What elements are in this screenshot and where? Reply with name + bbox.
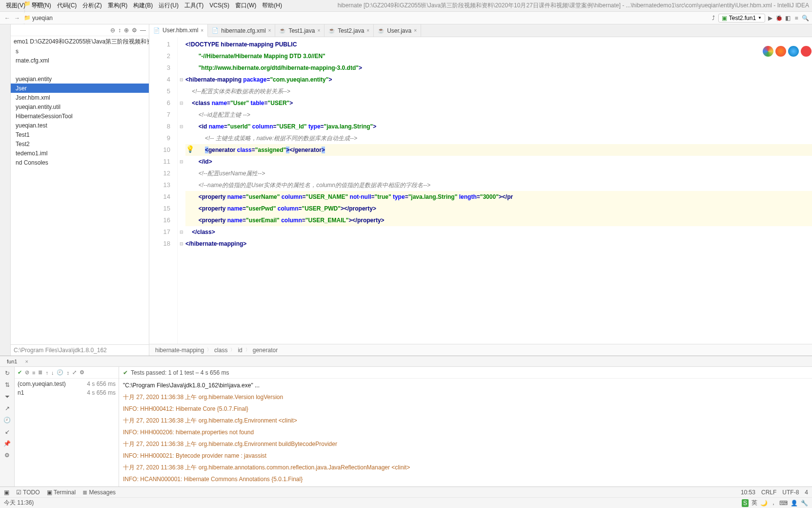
- hide-icon[interactable]: —: [140, 27, 146, 34]
- menu-item[interactable]: 重构(R): [105, 1, 131, 10]
- run-config-selector[interactable]: ▣ Test2.fun1 ▼: [718, 14, 765, 22]
- build-icon[interactable]: ⤴: [710, 14, 717, 22]
- fold-marker[interactable]: [178, 109, 185, 121]
- tree-item[interactable]: yueqian.entity.util: [11, 102, 149, 111]
- code-line[interactable]: <property name="userName" column="USER_N…: [185, 191, 812, 203]
- fold-marker[interactable]: ⊟: [178, 226, 185, 238]
- tray-punct-icon[interactable]: ，: [771, 499, 776, 507]
- editor-tab[interactable]: 📄hibernate.cfg.xml×: [208, 24, 275, 37]
- collapse-icon[interactable]: ⊖: [110, 27, 115, 34]
- sort-icon[interactable]: ≡: [32, 370, 35, 376]
- status-right-item[interactable]: CRLF: [761, 489, 776, 496]
- console-output[interactable]: "C:\Program Files\Java\jdk1.8.0_162\bin\…: [119, 379, 812, 487]
- close-tab-icon[interactable]: ×: [21, 358, 32, 365]
- code-line[interactable]: <property name="userEmail" column="USER_…: [185, 214, 812, 226]
- nav-back-icon[interactable]: ←: [3, 14, 12, 22]
- code-line[interactable]: </hibernate-mapping>: [185, 238, 812, 250]
- status-right-item[interactable]: 10:53: [741, 489, 755, 496]
- code-editor[interactable]: 123456789101112131415161718 ⊟⊟⊟⊟⊟⊟ <!DOC…: [149, 37, 812, 344]
- stop-button-icon[interactable]: ■: [792, 14, 800, 22]
- code-line[interactable]: <!--name的值指的是User实体类中的属性名，column的值指的是数据表…: [185, 179, 812, 191]
- test-row[interactable]: (com.yueqian.test)4 s 656 ms: [15, 380, 119, 388]
- debug-button-icon[interactable]: 🐞: [775, 14, 783, 22]
- test-row[interactable]: n14 s 656 ms: [15, 388, 119, 397]
- tree-item[interactable]: s: [11, 46, 149, 56]
- status-right-item[interactable]: UTF-8: [782, 489, 799, 496]
- editor-bc-item[interactable]: generator: [253, 347, 278, 354]
- editor-bc-item[interactable]: id: [238, 347, 242, 354]
- pin-icon[interactable]: 📌: [3, 439, 12, 448]
- tray-wrench-icon[interactable]: 🔧: [801, 500, 808, 507]
- close-icon[interactable]: ×: [268, 28, 271, 33]
- export-icon[interactable]: ↗: [3, 404, 12, 413]
- run-button-icon[interactable]: ▶: [766, 14, 774, 22]
- tree-item[interactable]: rnate.cfg.xml: [11, 56, 149, 65]
- code-line[interactable]: <class name="User" table="USER">: [185, 97, 812, 109]
- editor-tab[interactable]: ☕User.java×: [374, 24, 421, 37]
- nav-fwd-icon[interactable]: →: [13, 14, 21, 22]
- code-line[interactable]: "http://www.hibernate.org/dtd/hibernate-…: [185, 62, 812, 74]
- status-item[interactable]: ▣ Terminal: [47, 489, 76, 496]
- editor-bc-item[interactable]: hibernate-mapping: [155, 347, 204, 354]
- filter-icon[interactable]: ⏷: [3, 392, 12, 401]
- up-icon[interactable]: ↑: [45, 370, 48, 376]
- fold-marker[interactable]: ⊟: [178, 97, 185, 109]
- close-icon[interactable]: ×: [317, 28, 320, 33]
- tree-item[interactable]: nd Consoles: [11, 158, 149, 167]
- editor-tab[interactable]: ☕Test1.java×: [275, 24, 325, 37]
- breadcrumb-item[interactable]: 📁com: [22, 0, 69, 7]
- editor-bc-item[interactable]: class: [214, 347, 227, 354]
- firefox-icon[interactable]: [775, 46, 786, 57]
- code-line[interactable]: <property name="userPwd" column="USER_PW…: [185, 203, 812, 214]
- close-icon[interactable]: ×: [366, 28, 369, 33]
- close-icon[interactable]: ×: [414, 28, 417, 33]
- fold-marker[interactable]: [178, 191, 185, 203]
- fail-filter-icon[interactable]: ⊘: [25, 369, 29, 376]
- clock-icon[interactable]: 🕘: [57, 369, 63, 376]
- tree-item[interactable]: Test1: [11, 130, 149, 139]
- fold-marker[interactable]: [178, 50, 185, 62]
- fold-marker[interactable]: [178, 62, 185, 74]
- status-item[interactable]: ≣ Messages: [82, 489, 116, 496]
- tree-item[interactable]: [11, 65, 149, 74]
- exp-icon[interactable]: ⤢: [72, 369, 77, 376]
- status-square-icon[interactable]: ▣: [4, 489, 9, 496]
- project-root[interactable]: emo1 D:\GZ2049和GZ2055班\Java第三阶段视频和资料\202…: [11, 37, 149, 46]
- tree-item[interactable]: HibernateSessionTool: [11, 111, 149, 121]
- coverage-icon[interactable]: ◧: [784, 14, 792, 22]
- status-item[interactable]: ☑ TODO: [16, 489, 40, 496]
- fold-marker[interactable]: ⊟: [178, 74, 185, 85]
- tree-item[interactable]: Jser: [11, 84, 149, 93]
- fold-marker[interactable]: [178, 85, 185, 97]
- fold-marker[interactable]: [178, 214, 185, 226]
- edge-icon[interactable]: [788, 46, 799, 57]
- tray-lang-icon[interactable]: 英: [751, 499, 757, 507]
- fold-marker[interactable]: [178, 39, 185, 50]
- expand-icon[interactable]: ↕: [118, 27, 121, 34]
- fold-marker[interactable]: [178, 144, 185, 156]
- tree-item[interactable]: Test2: [11, 139, 149, 148]
- fold-marker[interactable]: ⊟: [178, 121, 185, 132]
- code-line[interactable]: <hibernate-mapping package="com.yueqian.…: [185, 74, 812, 85]
- code-line[interactable]: <!-- 主键生成策略，native:根据不同的数据库来自动生成-->: [185, 132, 812, 144]
- tree-item[interactable]: Jser.hbm.xml: [11, 93, 149, 102]
- intention-bulb-icon[interactable]: 💡: [186, 145, 194, 153]
- code-line[interactable]: <!--配置userName属性-->: [185, 168, 812, 179]
- status-right-item[interactable]: 4: [805, 489, 808, 496]
- code-line[interactable]: <id name="userId" column="USER_Id" type=…: [185, 121, 812, 132]
- menu-item[interactable]: 构建(B): [130, 1, 156, 10]
- code-line[interactable]: <!--配置实体类和数据表的映射关系-->: [185, 85, 812, 97]
- menu-item[interactable]: 帮助(H): [259, 1, 285, 10]
- menu-item[interactable]: 工具(T): [182, 1, 206, 10]
- fold-marker[interactable]: [178, 168, 185, 179]
- menu-item[interactable]: VCS(S): [206, 1, 232, 10]
- toggle-icon[interactable]: ⇅: [3, 381, 12, 389]
- fold-marker[interactable]: ⊟: [178, 156, 185, 168]
- sort3-icon[interactable]: ↕: [66, 370, 69, 376]
- tray-ime-icon[interactable]: S: [742, 499, 749, 507]
- code-line[interactable]: "-//Hibernate/Hibernate Mapping DTD 3.0/…: [185, 50, 812, 62]
- search-icon[interactable]: 🔍: [801, 14, 809, 22]
- fold-marker[interactable]: [178, 179, 185, 191]
- tree-item[interactable]: tedemo1.iml: [11, 148, 149, 158]
- editor-tab[interactable]: ☕Test2.java×: [325, 24, 374, 37]
